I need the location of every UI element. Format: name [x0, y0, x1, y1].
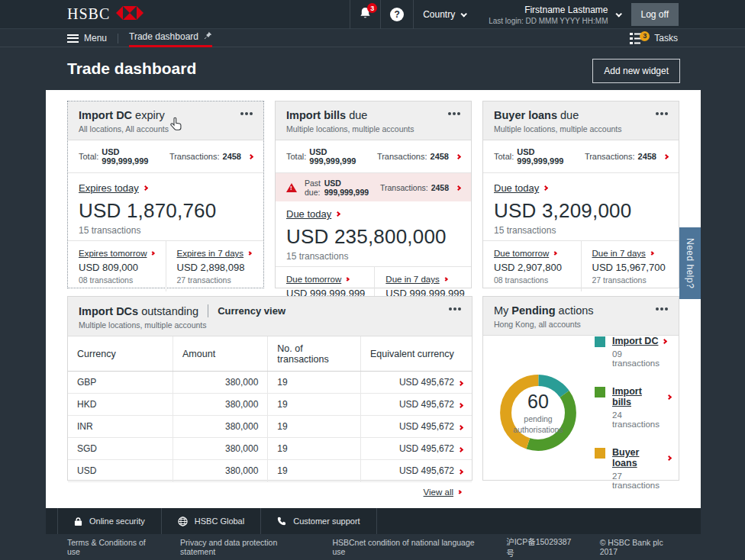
cell-equivalent-link[interactable]: USD 495,672 [361, 372, 472, 394]
past-due-alert-row[interactable]: Past due:USD 999,999,999 Transactions:24… [276, 173, 471, 201]
notifications-button[interactable]: 3 [350, 0, 380, 29]
pin-icon[interactable] [204, 31, 212, 42]
card-header: Import DC expiry All locations, All acco… [68, 101, 263, 140]
cell-amount: 380,000 [173, 372, 268, 394]
stat-value: USD 809,000 [79, 262, 156, 273]
donut-center-value: 60 [527, 391, 549, 413]
currency-table: Currency Amount No. of transactions Equi… [68, 336, 472, 482]
help-button[interactable]: ? [380, 0, 413, 29]
card-header: Import bills due Multiple locations, mul… [276, 101, 471, 140]
quick-link-label: Customer support [293, 517, 360, 526]
chevron-right-icon [666, 455, 672, 460]
tasks-icon: 3 [630, 33, 648, 44]
legal-link[interactable]: Privacy and data protection statement [180, 538, 308, 556]
due-in-7-days-link[interactable]: Due in 7 days [592, 249, 653, 258]
cell-currency: GBP [68, 372, 173, 394]
card-title: Import bills due [286, 109, 460, 121]
card-overflow-menu-icon[interactable] [458, 307, 461, 311]
card-import-dcs-outstanding: Import DCs outstanding Currency view Mul… [67, 296, 472, 481]
tab-label: Trade dashboard [129, 31, 198, 42]
due-today-link[interactable]: Due today [494, 182, 547, 194]
card-subtitle: Hong Kong, all accounts [494, 320, 668, 329]
table-row: HKD380,00019USD 495,672 [68, 394, 472, 416]
tasks-button[interactable]: 3 Tasks [630, 33, 678, 44]
cell-currency: HKD [68, 394, 173, 416]
cell-equivalent-link[interactable]: USD 495,672 [361, 438, 472, 460]
card-header: Import DCs outstanding Currency view Mul… [68, 297, 472, 336]
country-dropdown[interactable]: Country [413, 0, 475, 29]
due-in-7-days-link[interactable]: Due in 7 days [385, 275, 447, 284]
legal-link[interactable]: Terms & Conditions of use [67, 538, 156, 556]
card-import-bills-due[interactable]: Import bills due Multiple locations, mul… [275, 101, 472, 288]
cell-transactions: 19 [268, 460, 361, 482]
legal-link[interactable]: 沪ICP备15029387号 [506, 536, 576, 558]
currency-view-label[interactable]: Currency view [218, 305, 285, 317]
total-row[interactable]: Total:USD 999,999,999 Transactions:2458 [68, 140, 263, 173]
card-buyer-loans-due[interactable]: Buyer loans due Multiple locations, mult… [482, 101, 679, 288]
cell-equivalent-link[interactable]: USD 495,672 [361, 460, 472, 482]
card-subtitle: Multiple locations, multiple accounts [286, 124, 460, 134]
notification-badge: 3 [367, 3, 377, 13]
import-bills-link[interactable]: Import bills [612, 386, 671, 407]
quick-link-label: Online security [89, 517, 145, 526]
nav-divider [118, 34, 118, 43]
log-off-button[interactable]: Log off [631, 3, 679, 26]
cell-currency: USD [68, 460, 173, 482]
card-subtitle: All locations, All accounts [79, 124, 253, 134]
footer-legal-bar: Terms & Conditions of usePrivacy and dat… [0, 534, 745, 560]
cell-equivalent-link[interactable]: USD 495,672 [361, 394, 472, 416]
chevron-right-icon [456, 185, 461, 190]
card-import-dc-expiry[interactable]: Import DC expiry All locations, All acco… [67, 101, 264, 288]
tasks-label: Tasks [654, 33, 678, 43]
add-new-widget-button[interactable]: Add new widget [592, 59, 680, 83]
legal-link[interactable]: HSBCnet condition of national language u… [332, 538, 482, 556]
quick-link-online-security[interactable]: Online security [57, 508, 161, 534]
chevron-right-icon [458, 403, 463, 408]
user-menu[interactable]: Firstname Lastname Last login: DD MMM YY… [475, 0, 631, 29]
expires-tomorrow-link[interactable]: Expires tomorrow [79, 249, 154, 258]
hsbc-logo[interactable]: HSBC [67, 5, 144, 23]
buyer-loans-link[interactable]: Buyer loans [612, 447, 671, 468]
expires-today-link[interactable]: Expires today [79, 182, 147, 194]
view-all-link[interactable]: View all [68, 482, 472, 502]
country-label: Country [423, 9, 455, 20]
cell-equivalent-link[interactable]: USD 495,672 [361, 416, 472, 438]
total-row[interactable]: Total:USD 999,999,999 Transactions:2458 [483, 140, 679, 173]
menu-button[interactable]: Menu [67, 30, 107, 47]
card-overflow-menu-icon[interactable] [457, 112, 460, 115]
cell-currency: SGD [68, 438, 173, 460]
card-overflow-menu-icon[interactable] [665, 307, 668, 311]
chevron-down-icon [461, 11, 467, 17]
cell-amount: 380,000 [173, 460, 268, 482]
import-dc-link[interactable]: Import DC [612, 336, 671, 346]
stat-column: Expires tomorrow USD 809,000 08 transact… [68, 241, 166, 291]
card-subtitle: Multiple locations, multiple accounts [494, 124, 668, 134]
need-help-tab[interactable]: Need help? [679, 227, 701, 299]
total-row[interactable]: Total:USD 999,999,999 Transactions:2458 [276, 140, 471, 173]
dashboard-panel: Import DC expiry All locations, All acco… [46, 90, 701, 508]
due-tomorrow-link[interactable]: Due tomorrow [286, 275, 349, 284]
quick-link-customer-support[interactable]: Customer support [260, 508, 376, 534]
chevron-right-icon [553, 251, 557, 256]
top-header-bar: HSBC 3 ? Country [0, 0, 745, 29]
due-tomorrow-link[interactable]: Due tomorrow [494, 249, 556, 258]
chevron-right-icon [443, 277, 448, 282]
col-amount: Amount [173, 336, 268, 372]
user-name: Firstname Lastname [489, 5, 608, 15]
quick-link-label: HSBC Global [195, 517, 244, 526]
card-overflow-menu-icon[interactable] [665, 112, 668, 115]
chevron-right-icon [458, 469, 463, 475]
chevron-right-icon [151, 251, 156, 256]
cell-amount: 380,000 [173, 416, 268, 438]
expires-in-7-days-link[interactable]: Expires in 7 days [177, 249, 252, 258]
chevron-right-icon [247, 251, 252, 256]
currency-table-body: GBP380,00019USD 495,672HKD380,00019USD 4… [68, 372, 472, 482]
cell-transactions: 19 [268, 416, 361, 438]
due-today-link[interactable]: Due today [286, 208, 340, 220]
warning-icon [286, 183, 297, 192]
chevron-right-icon [543, 185, 548, 191]
card-overflow-menu-icon[interactable] [250, 112, 253, 115]
tab-trade-dashboard[interactable]: Trade dashboard [129, 30, 212, 47]
legend-transactions: 27 transactions [612, 471, 671, 490]
quick-link-hsbc-global[interactable]: HSBC Global [161, 508, 260, 534]
